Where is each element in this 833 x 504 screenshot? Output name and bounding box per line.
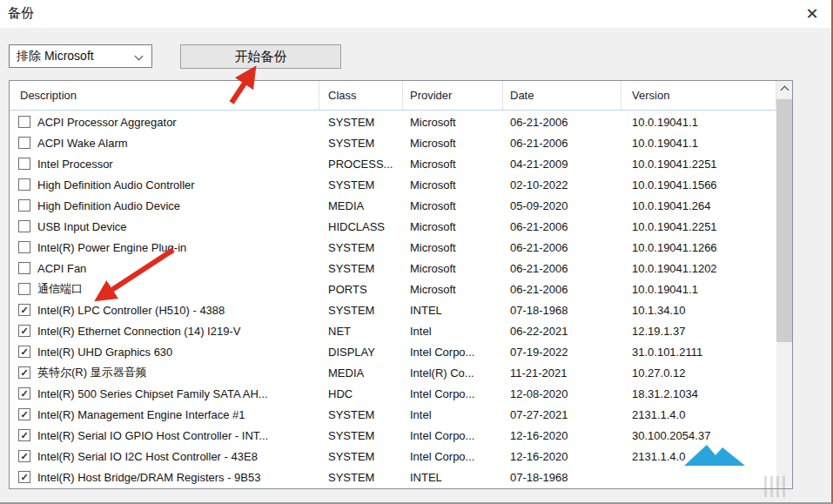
device-provider: Intel Corpo... xyxy=(403,387,503,400)
device-version: 10.0.19041.2251 xyxy=(621,220,776,233)
device-provider: Intel xyxy=(403,408,503,421)
scrollbar-thumb[interactable] xyxy=(776,99,792,342)
device-checkbox[interactable] xyxy=(18,116,30,128)
device-version: 10.0.19041.1 xyxy=(621,137,776,150)
device-class: SYSTEM xyxy=(319,137,403,150)
column-header-version[interactable]: Version xyxy=(621,81,776,110)
device-name: High Definition Audio Device xyxy=(37,199,180,212)
device-provider: Microsoft xyxy=(403,158,503,171)
device-provider: Microsoft xyxy=(403,116,503,129)
device-version: 12.19.1.37 xyxy=(621,325,776,338)
table-row[interactable]: ✓Intel(R) Host Bridge/DRAM Registers - 9… xyxy=(10,467,776,487)
device-class: SYSTEM xyxy=(319,116,403,129)
device-checkbox[interactable]: ✓ xyxy=(18,450,30,462)
table-row[interactable]: Intel(R) Power Engine Plug-inSYSTEMMicro… xyxy=(10,237,776,258)
device-class: PROCESS... xyxy=(319,158,403,171)
device-checkbox[interactable]: ✓ xyxy=(18,366,30,379)
table-row[interactable]: Intel ProcessorPROCESS...Microsoft04-21-… xyxy=(10,153,776,174)
chevron-up-icon xyxy=(780,86,789,95)
vertical-scrollbar[interactable] xyxy=(776,81,792,488)
device-provider: INTEL xyxy=(403,471,503,484)
device-provider: Microsoft xyxy=(403,262,503,275)
table-row[interactable]: ACPI Processor AggregatorSYSTEMMicrosoft… xyxy=(10,111,776,132)
device-checkbox[interactable] xyxy=(18,262,30,274)
table-row[interactable]: ✓英特尔(R) 显示器音频MEDIAIntel(R) Co...11-21-20… xyxy=(10,362,776,383)
device-class: SYSTEM xyxy=(319,408,403,421)
device-name: Intel(R) Serial IO I2C Host Controller -… xyxy=(37,450,258,463)
table-row[interactable]: ✓Intel(R) Ethernet Connection (14) I219-… xyxy=(10,320,776,341)
device-checkbox[interactable] xyxy=(18,241,30,253)
device-version: 10.0.19041.1566 xyxy=(621,178,776,192)
table-row[interactable]: ✓Intel(R) LPC Controller (H510) - 4388SY… xyxy=(10,299,776,320)
device-class: SYSTEM xyxy=(319,429,403,442)
table-row[interactable]: 通信端口PORTSMicrosoft06-21-200610.0.19041.1 xyxy=(10,279,776,299)
device-date: 11-21-2021 xyxy=(503,366,621,380)
scroll-up-button[interactable] xyxy=(776,81,792,97)
table-rows: ACPI Processor AggregatorSYSTEMMicrosoft… xyxy=(10,111,776,487)
device-name: Intel(R) Management Engine Interface #1 xyxy=(37,408,245,421)
device-description-cell: ✓Intel(R) UHD Graphics 630 xyxy=(10,346,319,359)
device-class: NET xyxy=(319,325,403,338)
device-date: 12-08-2020 xyxy=(503,387,621,400)
device-checkbox[interactable] xyxy=(18,220,30,232)
device-checkbox[interactable]: ✓ xyxy=(18,408,30,420)
table-row[interactable]: ✓Intel(R) Management Engine Interface #1… xyxy=(10,404,776,425)
table-row[interactable]: High Definition Audio ControllerSYSTEMMi… xyxy=(10,174,776,195)
device-class: HIDCLASS xyxy=(319,220,403,233)
device-name: USB Input Device xyxy=(37,220,127,233)
device-date: 06-21-2006 xyxy=(503,137,621,150)
table-row[interactable]: ✓Intel(R) Serial IO GPIO Host Controller… xyxy=(10,425,776,446)
device-name: Intel(R) 500 Series Chipset Family SATA … xyxy=(37,387,268,400)
device-class: SYSTEM xyxy=(319,304,403,317)
backup-dialog: 备份 ✕ 排除 Microsoft 开始备份 Description Class… xyxy=(0,0,833,504)
device-date: 06-22-2021 xyxy=(503,325,621,338)
device-name: ACPI Fan xyxy=(37,262,86,275)
device-date: 04-21-2009 xyxy=(503,158,621,171)
device-description-cell: ✓Intel(R) Management Engine Interface #1 xyxy=(10,408,319,421)
device-checkbox[interactable]: ✓ xyxy=(18,429,30,441)
device-description-cell: ✓Intel(R) 500 Series Chipset Family SATA… xyxy=(10,387,319,400)
device-checkbox[interactable] xyxy=(18,178,30,191)
device-checkbox[interactable] xyxy=(18,199,30,212)
device-date: 07-18-1968 xyxy=(503,471,621,484)
device-version: 10.0.19041.2251 xyxy=(621,158,776,171)
device-checkbox[interactable]: ✓ xyxy=(18,471,30,483)
filter-dropdown[interactable]: 排除 Microsoft xyxy=(9,44,152,68)
device-provider: Intel Corpo... xyxy=(403,346,503,359)
table-row[interactable]: USB Input DeviceHIDCLASSMicrosoft06-21-2… xyxy=(10,216,776,237)
table-row[interactable]: ✓Intel(R) UHD Graphics 630DISPLAYIntel C… xyxy=(10,341,776,362)
device-version: 31.0.101.2111 xyxy=(621,346,776,359)
table-row[interactable]: High Definition Audio DeviceMEDIAMicroso… xyxy=(10,195,776,216)
close-button[interactable]: ✕ xyxy=(796,2,828,26)
device-date: 06-21-2006 xyxy=(503,220,621,233)
column-header-class[interactable]: Class xyxy=(319,81,403,110)
device-checkbox[interactable]: ✓ xyxy=(18,387,30,400)
column-header-description[interactable]: Description xyxy=(10,81,319,110)
start-backup-button[interactable]: 开始备份 xyxy=(180,44,341,69)
device-provider: Microsoft xyxy=(403,220,503,233)
column-header-date[interactable]: Date xyxy=(503,81,621,110)
device-version: 10.0.19041.1 xyxy=(621,283,776,296)
device-version: 10.0.19041.1266 xyxy=(621,241,776,254)
device-class: DISPLAY xyxy=(319,346,403,359)
device-version: 2131.1.4.0 xyxy=(621,450,776,463)
device-checkbox[interactable] xyxy=(18,283,30,295)
device-checkbox[interactable] xyxy=(18,137,30,149)
table-row[interactable]: ✓Intel(R) 500 Series Chipset Family SATA… xyxy=(10,383,776,404)
column-header-provider[interactable]: Provider xyxy=(403,81,503,110)
table-header: Description Class Provider Date Version xyxy=(10,81,776,111)
device-class: HDC xyxy=(319,387,403,400)
table-row[interactable]: ACPI FanSYSTEMMicrosoft06-21-200610.0.19… xyxy=(10,258,776,279)
device-checkbox[interactable]: ✓ xyxy=(18,325,30,337)
device-date: 12-16-2020 xyxy=(503,429,621,442)
device-list: Description Class Provider Date Version … xyxy=(9,80,793,489)
device-checkbox[interactable]: ✓ xyxy=(18,304,30,316)
device-date: 06-21-2006 xyxy=(503,241,621,254)
device-name: ACPI Processor Aggregator xyxy=(37,116,177,129)
table-row[interactable]: ✓Intel(R) Serial IO I2C Host Controller … xyxy=(10,446,776,467)
device-version: 30.100.2054.37 xyxy=(621,429,776,442)
device-checkbox[interactable]: ✓ xyxy=(18,346,30,358)
device-checkbox[interactable] xyxy=(18,158,30,170)
table-row[interactable]: ACPI Wake AlarmSYSTEMMicrosoft06-21-2006… xyxy=(10,132,776,153)
device-name: Intel(R) UHD Graphics 630 xyxy=(37,346,172,359)
